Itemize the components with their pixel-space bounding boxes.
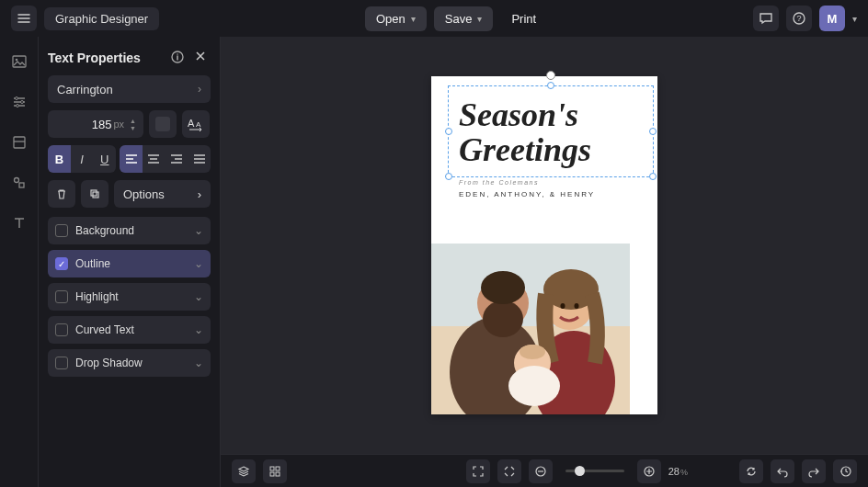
image-tool[interactable]: [9, 51, 29, 72]
svg-point-3: [15, 59, 17, 62]
handle-right[interactable]: [649, 128, 657, 135]
text-case-icon: AA: [188, 117, 204, 131]
names-line[interactable]: EDEN, ANTHONY, & HENRY: [459, 190, 595, 198]
stepper-down[interactable]: ▼: [130, 125, 136, 131]
svg-point-4: [15, 97, 17, 100]
menu-button[interactable]: [11, 6, 37, 31]
align-center-button[interactable]: [143, 145, 166, 173]
outline-toggle[interactable]: Outline ⌄: [48, 250, 211, 277]
text-tool[interactable]: [9, 213, 29, 233]
text-transform-button[interactable]: AA: [182, 110, 210, 138]
fullscreen-icon: [472, 465, 485, 478]
redo-button[interactable]: [802, 459, 826, 483]
svg-rect-31: [270, 472, 274, 476]
text-icon: [11, 215, 28, 232]
undo-button[interactable]: [771, 459, 794, 483]
avatar[interactable]: M: [819, 6, 845, 31]
options-label: Options: [123, 187, 165, 201]
highlight-label: Highlight: [75, 290, 119, 303]
font-color-picker[interactable]: [149, 110, 177, 138]
trash-icon: [55, 187, 68, 200]
curved-text-label: Curved Text: [75, 323, 134, 336]
italic-button[interactable]: I: [71, 145, 94, 173]
close-icon: [194, 50, 207, 62]
layers-icon: [237, 465, 250, 478]
zoom-out-button[interactable]: [529, 459, 553, 483]
color-swatch-preview: [155, 117, 170, 131]
svg-rect-29: [270, 467, 274, 470]
from-line[interactable]: From the Colemans: [459, 179, 539, 186]
menu-icon: [17, 12, 30, 25]
photo[interactable]: [431, 244, 630, 414]
align-justify-button[interactable]: [188, 145, 211, 173]
zoom-in-button[interactable]: [637, 459, 661, 483]
info-button[interactable]: [170, 50, 187, 66]
comment-button[interactable]: [753, 6, 779, 31]
highlight-toggle[interactable]: Highlight ⌄: [48, 283, 211, 311]
layout-tool[interactable]: [9, 132, 29, 153]
save-button[interactable]: Save ▾: [434, 6, 494, 31]
close-panel-button[interactable]: [194, 50, 211, 66]
checkbox-icon: [55, 357, 68, 369]
svg-rect-13: [91, 190, 97, 196]
font-style-group: B I U: [48, 145, 116, 173]
help-icon: ?: [792, 11, 806, 26]
font-family-select[interactable]: Carrington ›: [48, 75, 211, 103]
zoom-knob[interactable]: [575, 466, 585, 476]
font-size-input[interactable]: 185 px ▲ ▼: [48, 110, 143, 138]
delete-button[interactable]: [48, 180, 75, 208]
layout-icon: [11, 134, 28, 151]
layers-button[interactable]: [232, 459, 256, 483]
duplicate-button[interactable]: [81, 180, 108, 208]
comment-icon: [759, 11, 773, 26]
handle-bottom-left[interactable]: [445, 173, 452, 180]
font-size-value: 185: [92, 118, 112, 131]
save-label: Save: [445, 12, 473, 26]
fullscreen-button[interactable]: [466, 459, 490, 483]
handle-left[interactable]: [445, 128, 452, 135]
handle-top[interactable]: [547, 82, 554, 89]
sync-button[interactable]: [739, 459, 763, 483]
options-button[interactable]: Options ›: [114, 180, 211, 208]
panel-title: Text Properties: [48, 51, 163, 65]
svg-point-19: [483, 300, 523, 337]
print-button[interactable]: Print: [500, 6, 547, 31]
copy-icon: [88, 187, 101, 200]
canvas[interactable]: Season's Greetings From the Colemans EDE…: [221, 37, 868, 454]
greeting-line-2[interactable]: Greetings: [459, 133, 591, 166]
checkbox-icon: [55, 323, 68, 336]
avatar-caret-icon[interactable]: ▾: [852, 14, 857, 24]
svg-point-28: [520, 345, 545, 359]
fit-button[interactable]: [497, 459, 521, 483]
align-left-button[interactable]: [120, 145, 143, 173]
align-right-button[interactable]: [166, 145, 188, 173]
font-family-value: Carrington: [57, 83, 113, 96]
zoom-out-icon: [534, 465, 547, 478]
svg-text:A: A: [188, 118, 195, 129]
adjust-tool[interactable]: [9, 92, 29, 112]
bold-button[interactable]: B: [48, 145, 71, 173]
history-button[interactable]: [833, 459, 857, 483]
checkbox-icon: [55, 290, 68, 303]
drop-shadow-toggle[interactable]: Drop Shadow ⌄: [48, 349, 211, 377]
zoom-slider[interactable]: [565, 470, 624, 472]
rotate-handle[interactable]: [546, 71, 555, 80]
grid-button[interactable]: [263, 459, 287, 483]
open-button[interactable]: Open ▾: [365, 6, 427, 31]
help-button[interactable]: ?: [786, 6, 812, 31]
checkbox-icon: [55, 257, 68, 270]
chevron-down-icon: ⌄: [194, 224, 203, 237]
card-artboard[interactable]: Season's Greetings From the Colemans EDE…: [431, 76, 657, 414]
svg-text:A: A: [196, 120, 201, 129]
underline-button[interactable]: U: [93, 145, 116, 173]
shapes-tool[interactable]: [9, 173, 29, 193]
chevron-down-icon: ▾: [411, 14, 416, 24]
align-group: [120, 145, 211, 173]
background-toggle[interactable]: Background ⌄: [48, 217, 211, 244]
shapes-icon: [11, 175, 28, 191]
top-bar: Graphic Designer Open ▾ Save ▾ Print ? M…: [0, 0, 868, 37]
curved-text-toggle[interactable]: Curved Text ⌄: [48, 316, 211, 344]
handle-bottom-right[interactable]: [649, 173, 657, 180]
stepper-up[interactable]: ▲: [130, 118, 136, 124]
greeting-line-1[interactable]: Season's: [459, 98, 578, 131]
